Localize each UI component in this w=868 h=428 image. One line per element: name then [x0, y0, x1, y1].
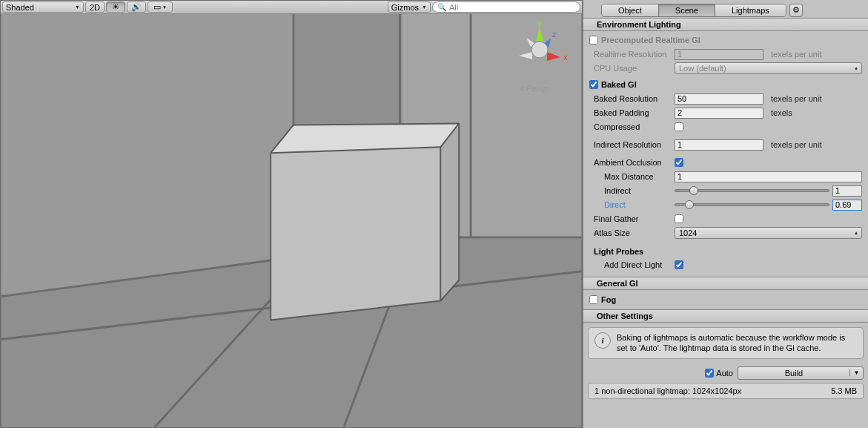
chevron-updown-icon: ♦ [855, 230, 858, 237]
auto-label: Auto [716, 369, 733, 378]
add-direct-light-checkbox[interactable] [675, 260, 683, 269]
scene-viewport[interactable]: Shaded ▼ 2D ☀ 🔊 ▭▼ Gizmos▼ 🔍 All [0, 0, 583, 428]
baked-resolution-label: Baked Resolution [589, 94, 675, 103]
tab-lightmaps[interactable]: Lightmaps [715, 4, 786, 16]
chevron-down-icon: ▼ [162, 5, 167, 10]
realtime-resolution-input [675, 49, 763, 60]
inspector-tabs: Object Scene Lightmaps ⚙ [583, 0, 868, 18]
search-icon: 🔍 [437, 3, 446, 11]
hierarchy-search-input[interactable]: 🔍 All [432, 1, 580, 13]
speaker-icon: 🔊 [131, 2, 142, 12]
settings-button[interactable]: ⚙ [789, 4, 803, 17]
svg-point-30 [531, 42, 548, 58]
build-button[interactable]: Build ▼ [738, 366, 864, 380]
tab-scene[interactable]: Scene [659, 4, 715, 16]
sun-icon: ☀ [112, 2, 119, 12]
tab-object[interactable]: Object [602, 4, 659, 16]
svg-marker-13 [271, 147, 440, 320]
svg-marker-2 [1, 14, 295, 297]
atlas-size-dropdown[interactable]: 1024♦ [675, 227, 862, 239]
indirect-resolution-label: Indirect Resolution [589, 140, 675, 149]
other-settings-header[interactable]: Other Settings [583, 309, 868, 323]
ambient-occlusion-label: Ambient Occlusion [589, 158, 675, 167]
stats-text: 1 non-directional lightmap: 1024x1024px [594, 386, 741, 395]
auto-checkbox[interactable] [705, 369, 714, 378]
max-distance-input[interactable] [675, 171, 862, 182]
direct-value-input[interactable] [832, 200, 862, 211]
lighting-inspector: Object Scene Lightmaps ⚙ Environment Lig… [583, 0, 868, 428]
gear-icon: ⚙ [792, 5, 800, 15]
lightmap-stats: 1 non-directional lightmap: 1024x1024px … [588, 383, 864, 399]
ambient-occlusion-checkbox[interactable] [675, 158, 683, 167]
final-gather-checkbox[interactable] [675, 214, 683, 223]
atlas-size-label: Atlas Size [589, 228, 675, 237]
axis-y-label: y [537, 19, 542, 27]
final-gather-label: Final Gather [589, 214, 675, 223]
compressed-label: Compressed [589, 122, 675, 131]
svg-marker-26 [536, 27, 543, 41]
orientation-gizmo[interactable]: y x z [506, 14, 573, 81]
baked-padding-input[interactable] [675, 108, 763, 119]
gizmos-dropdown[interactable]: Gizmos▼ [388, 1, 431, 13]
compressed-checkbox[interactable] [675, 122, 683, 131]
cpu-usage-label: CPU Usage [589, 64, 675, 73]
realtime-resolution-label: Realtime Resolution [589, 50, 675, 59]
projection-label[interactable]: Persp [520, 84, 548, 93]
viewport-toolbar: Shaded ▼ 2D ☀ 🔊 ▭▼ Gizmos▼ 🔍 All [1, 1, 582, 14]
chevron-down-icon: ▼ [75, 4, 80, 10]
max-distance-label: Max Distance [589, 172, 675, 181]
axis-x-label: x [563, 53, 568, 62]
fog-checkbox[interactable] [589, 295, 598, 304]
direct-slider[interactable] [675, 203, 829, 206]
indirect-slider[interactable] [675, 189, 829, 192]
info-text: Baking of lightmaps is automatic because… [617, 332, 857, 354]
svg-marker-25 [519, 52, 532, 59]
audio-toggle-button[interactable]: 🔊 [127, 1, 146, 13]
render-mode-dropdown[interactable]: Shaded ▼ [2, 1, 84, 13]
precomputed-gi-checkbox[interactable] [589, 36, 598, 45]
baked-resolution-input[interactable] [675, 93, 763, 105]
stats-size: 5.3 MB [831, 386, 857, 395]
precomputed-gi-label: Precomputed Realtime GI [601, 36, 700, 45]
indirect-label: Indirect [589, 186, 675, 195]
baked-gi-checkbox[interactable] [589, 80, 598, 89]
baked-padding-label: Baked Padding [589, 108, 675, 117]
chevron-down-icon[interactable]: ▼ [849, 369, 863, 376]
svg-marker-15 [440, 123, 459, 300]
indirect-value-input[interactable] [832, 185, 862, 197]
add-direct-light-label: Add Direct Light [589, 260, 675, 269]
image-icon: ▭ [153, 2, 161, 12]
fog-label: Fog [601, 295, 616, 304]
baked-gi-label: Baked GI [601, 80, 637, 89]
cpu-usage-dropdown: Low (default)♦ [675, 62, 862, 74]
build-row: Auto Build ▼ [583, 363, 868, 383]
info-message: i Baking of lightmaps is automatic becau… [588, 327, 864, 359]
indirect-resolution-input[interactable] [675, 139, 763, 151]
direct-label: Direct [589, 200, 675, 209]
2d-toggle-button[interactable]: 2D [85, 1, 105, 13]
svg-marker-27 [547, 52, 560, 61]
scene-3d-render[interactable] [1, 14, 582, 427]
axis-z-label: z [552, 30, 557, 39]
chevron-updown-icon: ♦ [855, 65, 858, 72]
render-mode-label: Shaded [6, 3, 34, 12]
environment-lighting-header[interactable]: Environment Lighting [583, 18, 868, 31]
light-probes-header: Light Probes [589, 246, 862, 257]
chevron-down-icon: ▼ [422, 4, 427, 10]
general-gi-header[interactable]: General GI [583, 277, 868, 290]
info-icon: i [594, 332, 611, 349]
effects-toggle-button[interactable]: ▭▼ [148, 1, 173, 13]
lighting-toggle-button[interactable]: ☀ [106, 1, 125, 13]
